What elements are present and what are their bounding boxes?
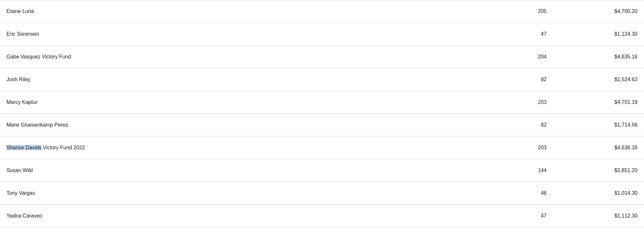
count-elaine-luria: 205 xyxy=(475,8,566,14)
count-yadira-caraveo: 47 xyxy=(475,213,566,219)
amount-sharice-davids: $4,636.16 xyxy=(566,145,638,151)
name-josh-riley: Josh Riley xyxy=(6,77,475,82)
amount-tony-vargas: $1,014.30 xyxy=(566,190,638,196)
highlight-sharice-davids: Sharice Davids xyxy=(6,145,42,150)
table-row-tony-vargas: Tony Vargas 46 $1,014.30 xyxy=(0,182,644,205)
table-row-susan-wild: Susan Wild 144 $2,851.20 xyxy=(0,159,644,182)
count-susan-wild: 144 xyxy=(475,168,566,173)
name-yadira-caraveo: Yadira Caraveo xyxy=(6,213,475,219)
name-marie-gluesenkamp: Marie Gluesenkamp Perez xyxy=(6,122,475,128)
table-row-eric-sorensen: Eric Sorensen 47 $1,124.30 xyxy=(0,23,644,45)
name-marcy-kaptur: Marcy Kaptur xyxy=(6,99,475,105)
name-elaine-luria: Elaine Luria xyxy=(6,8,475,14)
count-eric-sorensen: 47 xyxy=(475,31,566,37)
amount-susan-wild: $2,851.20 xyxy=(566,168,638,173)
name-eric-sorensen: Eric Sorensen xyxy=(6,31,475,37)
table-row-marie-gluesenkamp: Marie Gluesenkamp Perez 82 $1,714.56 xyxy=(0,114,644,136)
amount-marie-gluesenkamp: $1,714.56 xyxy=(566,122,638,128)
count-marcy-kaptur: 203 xyxy=(475,99,566,105)
count-tony-vargas: 46 xyxy=(475,190,566,196)
amount-marcy-kaptur: $4,701.19 xyxy=(566,99,638,105)
count-gabe-vasquez: 204 xyxy=(475,54,566,60)
amount-josh-riley: $1,524.63 xyxy=(566,77,638,82)
name-suffix-sharice-davids: Victory Fund 2022 xyxy=(43,145,85,150)
table-row-elaine-luria: Elaine Luria 205 $4,700.20 xyxy=(0,0,644,23)
table-row-sharice-davids: Sharice Davids Victory Fund 2022 203 $4,… xyxy=(0,136,644,159)
name-sharice-davids: Sharice Davids Victory Fund 2022 xyxy=(6,145,475,151)
amount-eric-sorensen: $1,124.30 xyxy=(566,31,638,37)
count-josh-riley: 82 xyxy=(475,77,566,82)
name-gabe-vasquez: Gabe Vasquez Victory Fund xyxy=(6,54,475,60)
main-table: Elaine Luria 205 $4,700.20 Eric Sorensen… xyxy=(0,0,644,250)
amount-elaine-luria: $4,700.20 xyxy=(566,8,638,14)
amount-gabe-vasquez: $4,635.16 xyxy=(566,54,638,60)
count-marie-gluesenkamp: 82 xyxy=(475,122,566,128)
table-row-yadira-caraveo: Yadira Caraveo 47 $1,112.30 xyxy=(0,205,644,227)
name-susan-wild: Susan Wild xyxy=(6,168,475,173)
table-row-gabe-vasquez: Gabe Vasquez Victory Fund 204 $4,635.16 xyxy=(0,45,644,68)
name-tony-vargas: Tony Vargas xyxy=(6,190,475,196)
table-row-marcy-kaptur: Marcy Kaptur 203 $4,701.19 xyxy=(0,91,644,114)
count-sharice-davids: 203 xyxy=(475,145,566,151)
amount-yadira-caraveo: $1,112.30 xyxy=(566,213,638,219)
table-row-josh-riley: Josh Riley 82 $1,524.63 xyxy=(0,68,644,91)
